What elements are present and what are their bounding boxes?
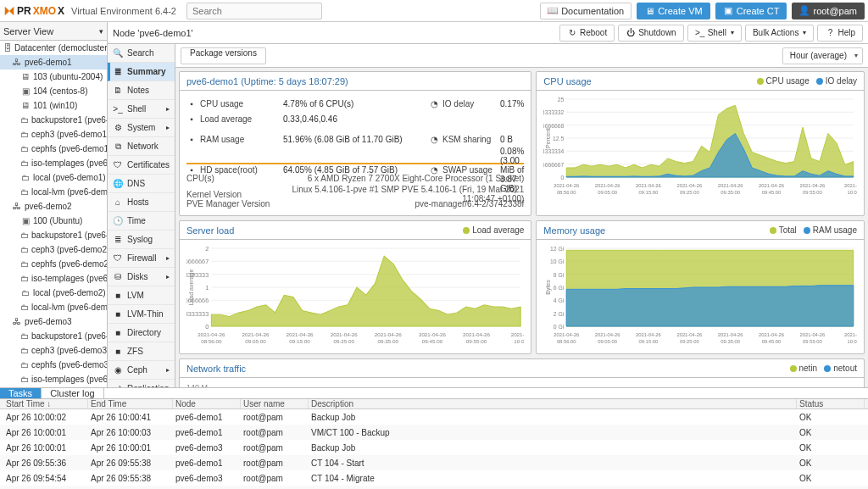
vmenu-dns[interactable]: 🌐DNS (108, 175, 175, 193)
task-row[interactable]: Apr 26 09:55:36Apr 26 09:55:38pve6-demo1… (0, 455, 868, 470)
panel-header: CPU usageCPU usageIO delay (537, 72, 864, 91)
tree-item[interactable]: 🗀cephfs (pve6-demo1) (0, 142, 107, 156)
tree-item[interactable]: 🗀ceph3 (pve6-demo2) (0, 242, 107, 257)
blk-icon: ■ (113, 309, 123, 320)
svg-text:09:35:00: 09:35:00 (378, 338, 399, 344)
task-row[interactable]: Apr 26 10:00:01Apr 26 10:00:01pve6-demo3… (0, 440, 868, 455)
tree-header[interactable]: Server View ▾ (0, 22, 107, 41)
tree-item[interactable]: 🗀cephfs (pve6-demo2) (0, 257, 107, 271)
vmenu-certificates[interactable]: 🛡Certificates (108, 156, 175, 175)
chart-svg: 00.33333333333333330.666666666666666611.… (186, 245, 524, 347)
create-ct-button[interactable]: ▣Create CT (715, 3, 787, 19)
tree-item[interactable]: 🖧pve6-demo3 (0, 314, 107, 329)
task-rows[interactable]: Apr 26 10:00:02Apr 26 10:00:41pve6-demo1… (0, 409, 868, 489)
tree-item[interactable]: 🗀backupstore1 (pve6-demo3) (0, 329, 107, 343)
col-header[interactable]: End Time (88, 399, 173, 408)
task-row[interactable]: Apr 26 10:00:01Apr 26 10:00:03pve6-demo1… (0, 425, 868, 440)
blk-icon: ■ (113, 347, 123, 357)
vmenu-summary[interactable]: ≣Summary (108, 63, 175, 81)
cert-icon: 🛡 (113, 160, 123, 170)
vmenu-firewall[interactable]: 🛡Firewall▸ (108, 249, 175, 268)
panel-body: ▪CPU usage4.78% of 6 CPU(s)◔IO delay0.17… (180, 91, 531, 215)
tree-item[interactable]: ▣104 (centos-8) (0, 84, 107, 98)
tree-item[interactable]: 🖧pve6-demo2 (0, 199, 107, 214)
tree-item[interactable]: 🗀iso-templages (pve6-demo3) (0, 372, 107, 386)
col-header[interactable]: Node (173, 399, 241, 408)
svg-text:2: 2 (205, 246, 209, 253)
tree-item[interactable]: 🗀iso-templages (pve6-demo2) (0, 271, 107, 286)
package-versions-button[interactable]: Package versions (181, 47, 266, 64)
vmenu-replication[interactable]: ⇄Replication (108, 380, 175, 387)
list-icon: ≣ (113, 67, 123, 77)
disk-icon: 🗀 (20, 173, 31, 183)
global-search[interactable] (186, 3, 322, 19)
col-header[interactable]: Status (797, 399, 865, 408)
legend: CPU usageIO delay (757, 76, 857, 86)
help-button[interactable]: ?Help (817, 25, 863, 42)
chevron-right-icon: ▸ (166, 366, 170, 374)
vmenu-shell[interactable]: >_Shell▸ (108, 100, 175, 119)
tree-item[interactable]: 🖥103 (ubuntu-2004) (0, 69, 107, 84)
svg-text:09:35:00: 09:35:00 (721, 339, 741, 344)
svg-text:0: 0 (205, 324, 209, 331)
tree-item[interactable]: 🗄Datacenter (democluster10) (0, 41, 107, 55)
tree-item[interactable]: 🗀ceph3 (pve6-demo1) (0, 127, 107, 142)
vmenu-zfs[interactable]: ■ZFS (108, 342, 175, 361)
tab-tasks[interactable]: Tasks (0, 388, 42, 398)
task-row[interactable]: Apr 26 09:54:54Apr 26 09:55:38pve6-demo3… (0, 470, 868, 486)
node-icon: 🖧 (12, 317, 22, 327)
tree-item[interactable]: 🗀ceph3 (pve6-demo3) (0, 343, 107, 358)
disk-icon: 🗀 (20, 144, 29, 154)
vmenu-lvm[interactable]: ■LVM (108, 286, 175, 305)
vmenu-system[interactable]: ⚙System▸ (108, 119, 175, 137)
log-icon: ≣ (113, 235, 123, 245)
col-header[interactable]: User name (241, 399, 309, 408)
shutdown-button[interactable]: ⏻Shutdown (618, 25, 683, 42)
vmenu-hosts[interactable]: ⌂Hosts (108, 193, 175, 212)
search-input[interactable] (186, 3, 322, 19)
col-header[interactable]: Start Time ↓ (3, 399, 88, 408)
tree-item[interactable]: 🗀local (pve6-demo3) (0, 386, 107, 387)
timerange-dropdown[interactable]: Hour (average) (782, 47, 863, 64)
tree-item[interactable]: 🗀backupstore1 (pve6-demo1) (0, 113, 107, 127)
disk-icon: 🗀 (20, 360, 29, 370)
tree-item[interactable]: 🗀cephfs (pve6-demo3) (0, 358, 107, 372)
tree-item[interactable]: 🗀iso-templages (pve6-demo1) (0, 156, 107, 170)
node-icon: 🖧 (12, 202, 22, 212)
vmenu-disks[interactable]: ⛁Disks▸ (108, 268, 175, 286)
tree-item[interactable]: 🗀backupstore1 (pve6-demo2) (0, 228, 107, 242)
vmenu-syslog[interactable]: ≣Syslog (108, 231, 175, 249)
vertical-menu[interactable]: 🔍Search≣Summary🗎Notes>_Shell▸⚙System▸⧉Ne… (108, 44, 175, 387)
tree-item[interactable]: 🖥101 (win10) (0, 98, 107, 113)
vmenu-notes[interactable]: 🗎Notes (108, 81, 175, 100)
bulk-actions-button[interactable]: Bulk Actions▾ (745, 25, 814, 42)
chevron-right-icon: ▸ (166, 105, 170, 113)
col-header[interactable]: Description (309, 399, 797, 408)
vmenu-directory[interactable]: ■Directory (108, 324, 175, 342)
tab-clusterlog[interactable]: Cluster log (42, 388, 104, 398)
task-row[interactable]: Apr 26 09:38:26Apr 26 09:40:01pve6-demo3… (0, 486, 868, 489)
create-vm-button[interactable]: 🖥Create VM (637, 3, 710, 19)
vmenu-search[interactable]: 🔍Search (108, 44, 175, 63)
docs-button[interactable]: 📖Documentation (540, 3, 632, 19)
vmenu-lvm-thin[interactable]: ■LVM-Thin (108, 305, 175, 324)
tree-item[interactable]: 🗀local-lvm (pve6-demo1) (0, 185, 107, 199)
tree-item[interactable]: 🗀local-lvm (pve6-demo2) (0, 300, 107, 314)
svg-text:10 Gi: 10 Gi (550, 258, 565, 264)
reboot-button[interactable]: ↻Reboot (559, 25, 615, 42)
vmenu-network[interactable]: ⧉Network (108, 137, 175, 156)
vmenu-time[interactable]: 🕒Time (108, 212, 175, 231)
disk-icon: 🗀 (20, 245, 29, 255)
vmenu-ceph[interactable]: ◉Ceph▸ (108, 361, 175, 380)
svg-text:09:45:00: 09:45:00 (422, 338, 443, 344)
tree-item[interactable]: 🗀local (pve6-demo1) (0, 170, 107, 185)
svg-text:09:35:00: 09:35:00 (721, 190, 741, 195)
shell-button[interactable]: >_Shell▾ (687, 25, 742, 42)
time-icon: 🕒 (113, 216, 123, 226)
tree-item[interactable]: 🗀local (pve6-demo2) (0, 286, 107, 300)
user-menu[interactable]: 👤root@pam (792, 3, 865, 19)
tree-item[interactable]: ▣100 (Ubuntu) (0, 214, 107, 228)
tree-body[interactable]: 🗄Datacenter (democluster10)🖧pve6-demo1🖥1… (0, 41, 107, 387)
tree-item[interactable]: 🖧pve6-demo1 (0, 55, 107, 69)
task-row[interactable]: Apr 26 10:00:02Apr 26 10:00:41pve6-demo1… (0, 409, 868, 425)
